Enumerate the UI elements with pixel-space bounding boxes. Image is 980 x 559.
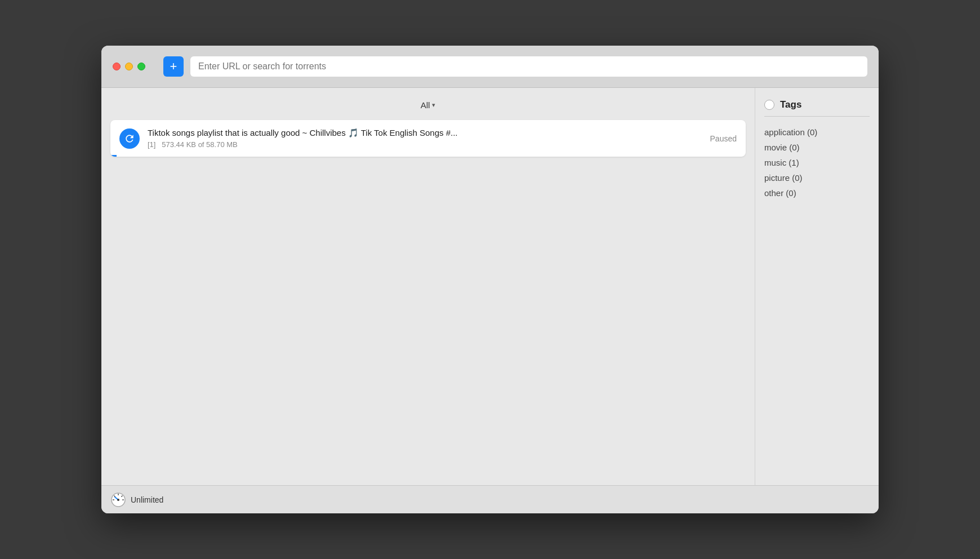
tags-label: Tags (780, 99, 801, 110)
speed-label: Unlimited (131, 495, 163, 504)
traffic-lights (113, 63, 145, 70)
torrent-status: Paused (710, 134, 737, 143)
filter-bar[interactable]: All ▾ (110, 97, 746, 116)
torrent-size: 573.44 KB of 58.70 MB (162, 140, 237, 149)
search-input[interactable] (190, 56, 867, 77)
svg-point-1 (117, 499, 119, 501)
tag-application[interactable]: application (0) (764, 125, 870, 140)
titlebar: + (101, 46, 879, 88)
tag-picture[interactable]: picture (0) (764, 170, 870, 185)
tag-other[interactable]: other (0) (764, 185, 870, 201)
statusbar: Unlimited (101, 485, 879, 513)
torrent-info: Tiktok songs playlist that is actually g… (148, 128, 702, 149)
torrent-status-icon (119, 128, 140, 149)
torrent-item[interactable]: Tiktok songs playlist that is actually g… (110, 120, 746, 157)
close-button[interactable] (113, 63, 121, 70)
torrent-list-area: All ▾ Tiktok songs playlist that is actu… (101, 88, 755, 485)
tags-radio[interactable] (764, 100, 774, 110)
tag-music[interactable]: music (1) (764, 155, 870, 170)
sidebar: Tags application (0) movie (0) music (1)… (755, 88, 879, 485)
tags-header: Tags (764, 99, 870, 117)
speed-icon (110, 492, 126, 508)
chevron-down-icon: ▾ (432, 101, 435, 109)
torrent-index: [1] (148, 140, 155, 149)
torrent-title: Tiktok songs playlist that is actually g… (148, 128, 702, 138)
filter-label: All (421, 100, 430, 110)
add-torrent-button[interactable]: + (163, 56, 184, 77)
maximize-button[interactable] (137, 63, 145, 70)
torrent-meta: [1] 573.44 KB of 58.70 MB (148, 140, 702, 149)
tag-movie[interactable]: movie (0) (764, 140, 870, 155)
minimize-button[interactable] (125, 63, 133, 70)
main-area: All ▾ Tiktok songs playlist that is actu… (101, 88, 879, 485)
refresh-icon (124, 133, 135, 144)
app-window: + All ▾ Tiktok songs playlist that is (101, 46, 879, 513)
